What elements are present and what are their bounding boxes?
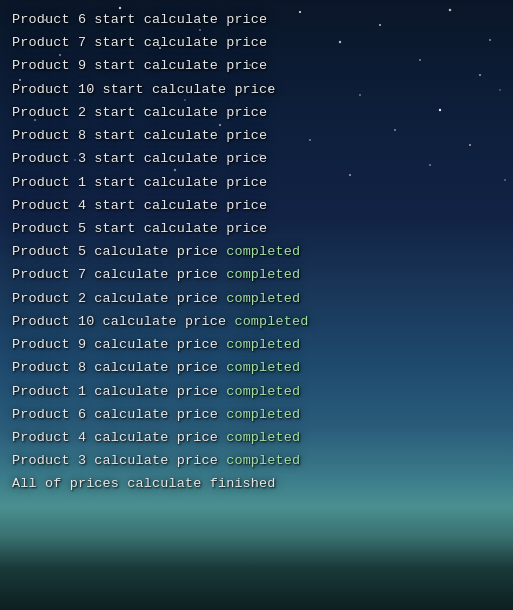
log-line: Product 9 start calculate price xyxy=(12,54,501,77)
log-line: Product 5 start calculate price xyxy=(12,217,501,240)
log-line: Product 6 start calculate price xyxy=(12,8,501,31)
log-line: Product 8 start calculate price xyxy=(12,124,501,147)
completed-badge: completed xyxy=(226,384,300,399)
log-line: Product 7 start calculate price xyxy=(12,31,501,54)
log-line: Product 10 start calculate price xyxy=(12,78,501,101)
completed-badge: completed xyxy=(226,360,300,375)
completed-badge: completed xyxy=(226,407,300,422)
log-line: All of prices calculate finished xyxy=(12,472,501,495)
completed-badge: completed xyxy=(226,453,300,468)
log-line: Product 3 start calculate price xyxy=(12,147,501,170)
log-line: Product 5 calculate price completed xyxy=(12,240,501,263)
completed-badge: completed xyxy=(226,267,300,282)
log-line: Product 2 calculate price completed xyxy=(12,287,501,310)
completed-badge: completed xyxy=(226,291,300,306)
log-line: Product 8 calculate price completed xyxy=(12,356,501,379)
log-line: Product 1 start calculate price xyxy=(12,171,501,194)
log-line: Product 2 start calculate price xyxy=(12,101,501,124)
completed-badge: completed xyxy=(226,244,300,259)
log-line: Product 6 calculate price completed xyxy=(12,403,501,426)
completed-badge: completed xyxy=(234,314,308,329)
log-line: Product 10 calculate price completed xyxy=(12,310,501,333)
log-line: Product 7 calculate price completed xyxy=(12,263,501,286)
log-line: Product 3 calculate price completed xyxy=(12,449,501,472)
log-line: Product 4 start calculate price xyxy=(12,194,501,217)
log-line: Product 9 calculate price completed xyxy=(12,333,501,356)
completed-badge: completed xyxy=(226,430,300,445)
log-line: Product 1 calculate price completed xyxy=(12,380,501,403)
log-container: Product 6 start calculate priceProduct 7… xyxy=(0,0,513,610)
log-line: Product 4 calculate price completed xyxy=(12,426,501,449)
completed-badge: completed xyxy=(226,337,300,352)
